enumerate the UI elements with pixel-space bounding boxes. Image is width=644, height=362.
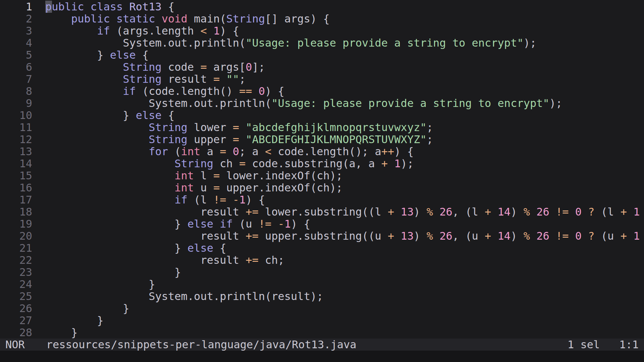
token-tx: (code.length()	[136, 85, 239, 98]
code-line[interactable]: 20 result += upper.substring((u + 13) % …	[0, 230, 644, 242]
token-tx: );	[524, 37, 537, 49]
code-line[interactable]: 7 String result = "";	[0, 73, 644, 85]
token-nu: 1	[284, 218, 291, 230]
token-tx: result	[45, 254, 246, 266]
code-line[interactable]: 23 }	[0, 266, 644, 278]
token-tx	[45, 181, 174, 194]
token-tx: }	[45, 242, 187, 254]
token-tx: ;	[239, 73, 246, 85]
token-kw: if	[220, 218, 233, 230]
code-line[interactable]: 15 int l = lower.indexOf(ch);	[0, 170, 644, 182]
token-tx: ) {	[291, 218, 310, 230]
token-op: %	[427, 205, 433, 218]
token-op: +	[485, 230, 491, 242]
code-line[interactable]: 26 }	[0, 302, 644, 314]
token-kw: public	[71, 12, 110, 25]
code-line[interactable]: 19 } else if (u != -1) {	[0, 218, 644, 230]
token-tx	[569, 230, 575, 242]
code-line[interactable]: 25 System.out.println(result);	[0, 290, 644, 302]
token-op: %	[427, 230, 433, 242]
code-line[interactable]: 13 for (int a = 0; a < code.length(); a+…	[0, 145, 644, 158]
token-tx: lower.indexOf(ch);	[220, 169, 342, 182]
code-text: } else {	[32, 242, 226, 254]
code-text: public class Rot13 {	[32, 0, 174, 13]
token-op: ?	[588, 205, 594, 218]
code-text: }	[32, 266, 181, 279]
command-line	[0, 351, 644, 362]
token-tx: }	[45, 326, 77, 339]
line-number: 13	[0, 145, 32, 158]
token-op: +	[485, 205, 491, 218]
token-tx: ;	[427, 121, 433, 134]
code-text: System.out.println(result);	[32, 290, 323, 303]
code-line[interactable]: 14 String ch = code.substring(a, a + 1);	[0, 158, 644, 170]
token-op: =	[213, 73, 220, 85]
code-line[interactable]: 17 if (l != -1) {	[0, 194, 644, 206]
token-tx	[549, 230, 556, 242]
token-nu: 0	[259, 85, 265, 98]
code-line[interactable]: 11 String lower = "abcdefghijklmnopqrstu…	[0, 121, 644, 133]
token-tx	[155, 12, 162, 25]
code-line[interactable]: 8 if (code.length() == 0) {	[0, 85, 644, 97]
token-tx: upper.substring((u	[259, 230, 388, 242]
code-text: public static void main(String[] args) {	[32, 12, 330, 25]
editor-viewport[interactable]: 1public class Rot13 {2 public static voi…	[0, 0, 644, 339]
token-tx: );	[401, 157, 414, 170]
token-op: +	[388, 205, 394, 218]
token-st: "abcdefghijklmnopqrstuvwxyz"	[246, 121, 426, 134]
token-tx: ) {	[265, 85, 284, 98]
code-line[interactable]: 10 } else {	[0, 109, 644, 121]
code-line[interactable]: 16 int u = upper.indexOf(ch);	[0, 182, 644, 194]
token-kw: public	[45, 0, 84, 13]
code-line[interactable]: 5 } else {	[0, 49, 644, 61]
token-tx: ;	[427, 133, 433, 146]
token-tx: }	[45, 218, 187, 230]
token-tx: )	[414, 205, 427, 218]
file-path: ressources/snippets-per-language/java/Ro…	[46, 339, 357, 351]
code-line[interactable]: 1public class Rot13 {	[0, 1, 644, 13]
code-line[interactable]: 27 }	[0, 314, 644, 326]
token-tx: System.out.println(	[45, 97, 271, 110]
token-kw: String	[149, 133, 187, 146]
code-line[interactable]: 4 System.out.println("Usage: please prov…	[0, 37, 644, 49]
code-line[interactable]: 6 String code = args[0];	[0, 61, 644, 73]
code-text: int l = lower.indexOf(ch);	[32, 169, 342, 182]
token-pr: int	[174, 181, 194, 194]
code-line[interactable]: 28 }	[0, 326, 644, 339]
token-nu: 26	[439, 205, 452, 218]
token-op: +=	[246, 205, 259, 218]
token-nu: 13	[401, 205, 414, 218]
token-nu: 14	[498, 205, 511, 218]
code-line[interactable]: 9 System.out.println("Usage: please prov…	[0, 97, 644, 109]
token-op: =	[200, 61, 207, 73]
token-tx: result	[162, 73, 213, 85]
token-tx: (	[168, 145, 181, 158]
line-number: 1	[0, 1, 32, 13]
line-number: 17	[0, 194, 32, 206]
code-line[interactable]: 3 if (args.length < 1) {	[0, 25, 644, 37]
token-op: =	[233, 133, 239, 146]
code-line[interactable]: 24 }	[0, 278, 644, 290]
code-text: result += lower.substring((l + 13) % 26,…	[32, 205, 640, 218]
token-nu: 0	[575, 205, 582, 218]
token-tx	[45, 85, 123, 98]
token-op: -	[278, 218, 284, 230]
line-number: 27	[0, 314, 32, 326]
line-number: 16	[0, 182, 32, 194]
token-kw: else	[187, 218, 213, 230]
code-line[interactable]: 18 result += lower.substring((l + 13) % …	[0, 206, 644, 218]
token-st: "Usage: please provide a string to encry…	[246, 37, 523, 49]
token-op: =	[233, 121, 239, 134]
token-tx: {	[162, 109, 175, 122]
token-op: %	[524, 205, 530, 218]
line-number: 3	[0, 25, 32, 37]
token-tx: args[	[207, 61, 246, 73]
code-line[interactable]: 2 public static void main(String[] args)…	[0, 13, 644, 25]
token-op: +	[381, 157, 388, 170]
code-line[interactable]: 22 result += ch;	[0, 254, 644, 266]
token-op: ++	[381, 145, 394, 158]
code-line[interactable]: 21 } else {	[0, 242, 644, 254]
token-tx: lower.substring((l	[259, 205, 388, 218]
code-line[interactable]: 12 String upper = "ABCDEFGHIJKLMNOPQRSTU…	[0, 133, 644, 145]
line-number: 10	[0, 109, 32, 121]
